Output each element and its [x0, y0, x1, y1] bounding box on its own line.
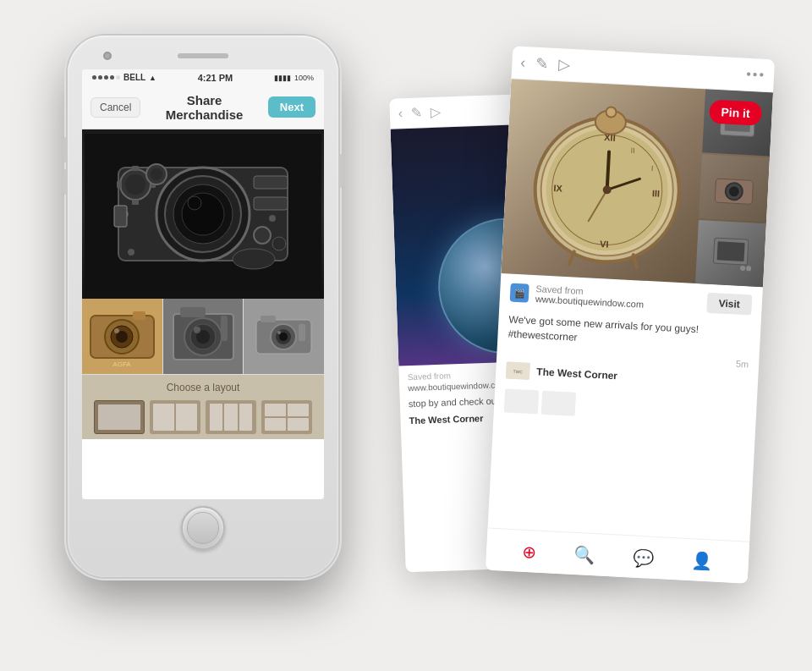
pint-more-icon[interactable]: •••	[746, 66, 766, 82]
thumb-1[interactable]: AGFA	[82, 299, 163, 374]
svg-rect-41	[117, 181, 122, 188]
svg-line-10	[607, 151, 609, 190]
svg-point-26	[740, 266, 745, 271]
main-photo	[82, 129, 324, 299]
layout-thumb-1	[504, 388, 539, 413]
layout-thumb-2	[541, 390, 576, 415]
svg-text:IX: IX	[553, 183, 563, 194]
volume-up-button[interactable]	[63, 137, 67, 162]
svg-rect-40	[132, 200, 139, 205]
power-button[interactable]	[339, 154, 343, 188]
status-right: ▮▮▮▮ 100%	[274, 74, 314, 82]
svg-point-38	[125, 174, 145, 195]
clock-image: XII III VI IX II I	[527, 88, 689, 273]
wifi-icon: ▲	[149, 74, 156, 82]
layout-option-1[interactable]	[94, 400, 145, 434]
svg-point-53	[233, 249, 275, 269]
svg-point-50	[128, 249, 134, 256]
home-button-inner	[187, 512, 219, 544]
pint-edit-icon[interactable]: ✎	[535, 53, 549, 73]
thumbnail-row: AGFA	[82, 299, 324, 375]
layout-option-3[interactable]	[206, 400, 256, 434]
layout-option-2[interactable]	[150, 400, 200, 434]
svg-text:II: II	[630, 146, 635, 154]
layout-option-4[interactable]	[261, 400, 312, 434]
svg-point-35	[182, 193, 224, 235]
svg-point-48	[272, 237, 286, 250]
thumb-3[interactable]	[244, 299, 324, 374]
svg-text:I: I	[651, 164, 654, 173]
carrier-label: BELL	[123, 73, 145, 82]
svg-point-44	[151, 168, 162, 180]
film-icon: 🎬	[510, 283, 529, 302]
visit-button[interactable]: Visit	[706, 292, 752, 315]
svg-rect-46	[254, 197, 288, 210]
signal-bars	[92, 75, 120, 80]
svg-rect-77	[299, 324, 305, 341]
brand-name: The West Corner	[536, 365, 617, 381]
pint-nav-profile-icon[interactable]: 👤	[691, 549, 713, 570]
layout-label: Choose a layout	[92, 382, 314, 393]
phone: BELL ▲ 4:21 PM ▮▮▮▮ 100% Cancel Share Me…	[68, 36, 338, 577]
svg-point-74	[279, 333, 288, 341]
cancel-button[interactable]: Cancel	[91, 97, 140, 118]
speaker	[178, 53, 228, 58]
svg-point-15	[606, 107, 617, 118]
svg-point-75	[277, 331, 281, 334]
front-camera	[103, 52, 112, 60]
svg-rect-25	[717, 241, 745, 261]
phone-screen: BELL ▲ 4:21 PM ▮▮▮▮ 100% Cancel Share Me…	[82, 69, 324, 499]
status-left: BELL ▲	[92, 73, 156, 82]
thumb-2[interactable]	[163, 299, 244, 374]
svg-text:III: III	[652, 188, 661, 198]
pint-thumb-vintage-tv	[695, 219, 766, 286]
next-button[interactable]: Next	[268, 96, 315, 118]
status-bar: BELL ▲ 4:21 PM ▮▮▮▮ 100%	[82, 69, 324, 86]
battery-label: 100%	[294, 74, 314, 82]
svg-text:AGFA: AGFA	[112, 360, 131, 368]
source-row: 🎬 Saved from www.boutiquewindow.com Visi…	[510, 282, 753, 315]
volume-down-button[interactable]	[63, 169, 67, 195]
svg-point-68	[194, 327, 200, 333]
svg-point-47	[254, 227, 271, 244]
pinterest-bottom-nav: ⊕ 🔍 💬 👤	[486, 527, 749, 583]
brand-logo: TWC	[506, 361, 530, 379]
svg-point-27	[746, 266, 751, 271]
back-icon[interactable]: ‹	[398, 105, 403, 120]
svg-point-51	[269, 215, 276, 222]
svg-rect-76	[261, 316, 276, 322]
share-icon[interactable]: ▷	[431, 103, 442, 119]
pint-nav-chat-icon[interactable]: 💬	[633, 547, 655, 568]
layout-section: Choose a layout	[82, 375, 324, 439]
layout-options	[92, 400, 314, 434]
pint-thumb-vintage-camera	[699, 154, 770, 221]
svg-rect-60	[133, 311, 145, 320]
svg-rect-64	[180, 307, 206, 317]
page-title: Share Merchandise	[147, 93, 261, 122]
pinterest-card: ‹ ✎ ▷ ••• Pin it XII III VI IX	[486, 46, 775, 583]
pin-it-badge[interactable]: Pin it	[709, 99, 763, 125]
status-time: 4:21 PM	[198, 73, 233, 83]
home-button[interactable]	[181, 506, 225, 550]
camera-machinery	[82, 129, 324, 299]
svg-rect-69	[221, 316, 228, 341]
pinterest-main-image: Pin it XII III VI IX II I	[501, 79, 773, 287]
svg-text:VI: VI	[600, 239, 609, 250]
pint-back-icon[interactable]: ‹	[520, 53, 526, 71]
phone-body: BELL ▲ 4:21 PM ▮▮▮▮ 100% Cancel Share Me…	[68, 36, 338, 577]
pint-nav-home-icon[interactable]: ⊕	[522, 541, 537, 562]
svg-text:TWC: TWC	[513, 368, 523, 374]
battery-icon: ▮▮▮▮	[274, 74, 291, 82]
phone-top-bar	[78, 46, 328, 66]
pint-share-icon[interactable]: ▷	[558, 55, 571, 74]
scene: ‹ ✎ ▷ ••• 🧭 Saved from www.boutiquewindo…	[25, 19, 787, 653]
edit-icon[interactable]: ✎	[411, 104, 423, 120]
svg-point-59	[114, 328, 119, 333]
pint-nav-search-icon[interactable]: 🔍	[573, 543, 595, 564]
nav-bar: Cancel Share Merchandise Next	[82, 86, 324, 129]
svg-rect-52	[114, 206, 127, 227]
svg-rect-39	[132, 166, 139, 171]
svg-rect-45	[254, 176, 288, 189]
